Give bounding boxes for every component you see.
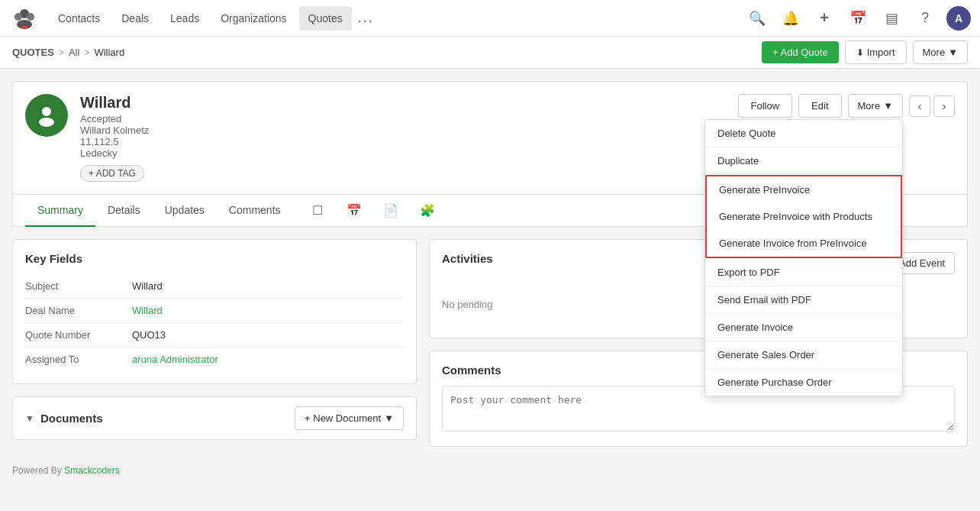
add-tag-button[interactable]: + ADD TAG	[80, 165, 144, 182]
footer-link[interactable]: Smackcoders	[64, 465, 120, 476]
top-navigation: Contacts Deals Leads Organizations Quote…	[0, 0, 980, 37]
documents-title: ▼ Documents	[25, 412, 103, 425]
dropdown-duplicate[interactable]: Duplicate	[705, 147, 902, 175]
nav-leads[interactable]: Leads	[161, 6, 208, 31]
dropdown-send-email-pdf[interactable]: Send Email with PDF	[705, 286, 902, 314]
tab-icons: ☐ 📅 📄 🧩	[305, 199, 440, 223]
more-top-button[interactable]: More ▼	[913, 40, 969, 64]
field-assigned-label: Assigned To	[25, 354, 132, 365]
dropdown-generate-preinvoice[interactable]: Generate PreInvoice	[705, 175, 902, 203]
breadcrumb-actions: + Add Quote ⬇ Import More ▼	[762, 40, 968, 64]
field-subject: Subject Willard	[25, 274, 404, 299]
new-doc-plus: +	[305, 412, 311, 424]
svg-rect-4	[21, 26, 27, 28]
more-record-button[interactable]: More ▼	[848, 94, 904, 118]
import-button[interactable]: ⬇ Import	[845, 40, 907, 64]
collapse-icon[interactable]: ▼	[25, 413, 34, 424]
prev-arrow[interactable]: ‹	[909, 95, 930, 117]
left-panel: Key Fields Subject Willard Deal Name Wil…	[12, 239, 417, 447]
puzzle-tab-icon[interactable]: 🧩	[415, 199, 440, 223]
field-subject-value: Willard	[132, 280, 163, 292]
main-content: Willard Accepted Willard Kolmetz 11,112.…	[0, 69, 980, 459]
import-icon: ⬇	[856, 47, 864, 58]
follow-button[interactable]: Follow	[738, 94, 793, 118]
edit-button[interactable]: Edit	[798, 94, 841, 118]
dropdown-generate-sales-order[interactable]: Generate Sales Order	[705, 341, 902, 369]
help-icon[interactable]: ?	[913, 6, 937, 31]
more-top-label: More	[923, 47, 946, 58]
tab-comments[interactable]: Comments	[217, 195, 293, 227]
field-deal-name: Deal Name Willard	[25, 299, 404, 323]
footer: Powered By Smackcoders	[0, 459, 980, 482]
breadcrumb-current: Willard	[94, 47, 124, 58]
breadcrumb-all[interactable]: All	[69, 47, 79, 58]
calendar-icon[interactable]: 📅	[846, 6, 870, 31]
nav-icon-group: 🔍 🔔 + 📅 ▤ ? A	[745, 6, 971, 31]
field-deal-value[interactable]: Willard	[132, 305, 163, 316]
more-record-chevron: ▼	[883, 100, 893, 112]
svg-point-6	[39, 118, 54, 127]
nav-quotes[interactable]: Quotes	[299, 6, 352, 31]
more-record-label: More	[858, 100, 881, 112]
field-assigned-to: Assigned To aruna Administrator	[25, 348, 404, 371]
record-actions: Follow Edit More ▼ Delete Quote Duplicat…	[738, 94, 955, 118]
nav-organizations[interactable]: Organizations	[211, 6, 295, 31]
plus-icon[interactable]: +	[812, 6, 837, 31]
bell-icon[interactable]: 🔔	[779, 6, 803, 31]
new-doc-chevron: ▼	[384, 412, 394, 424]
add-quote-button[interactable]: + Add Quote	[762, 41, 839, 63]
footer-text: Powered By	[12, 465, 64, 476]
breadcrumb-bar: QUOTES > All > Willard + Add Quote ⬇ Imp…	[0, 37, 980, 69]
user-avatar[interactable]: A	[946, 6, 971, 31]
key-fields-section: Key Fields Subject Willard Deal Name Wil…	[12, 239, 417, 384]
calendar-tab-icon[interactable]: 📅	[342, 199, 366, 223]
tab-updates[interactable]: Updates	[153, 195, 217, 227]
nav-more-dots[interactable]: ...	[355, 4, 377, 32]
new-doc-label: New Document	[313, 412, 381, 424]
chart-icon[interactable]: ▤	[879, 6, 904, 31]
field-assigned-value[interactable]: aruna Administrator	[132, 354, 218, 365]
field-subject-label: Subject	[25, 280, 132, 292]
dropdown-generate-invoice[interactable]: Generate Invoice	[705, 314, 902, 341]
field-quote-label: Quote Number	[25, 329, 132, 341]
tab-summary[interactable]: Summary	[25, 195, 95, 227]
breadcrumb-root[interactable]: QUOTES	[12, 47, 54, 58]
svg-point-5	[42, 107, 51, 116]
svg-point-2	[27, 13, 34, 21]
next-arrow[interactable]: ›	[933, 95, 955, 117]
documents-section: ▼ Documents + New Document ▼	[12, 396, 417, 440]
key-fields-title: Key Fields	[25, 252, 404, 265]
nav-deals[interactable]: Deals	[112, 6, 158, 31]
dropdown-delete-quote[interactable]: Delete Quote	[705, 120, 902, 147]
breadcrumb-sep1: >	[59, 47, 64, 58]
checklist-tab-icon[interactable]: ☐	[305, 199, 330, 223]
new-document-button[interactable]: + New Document ▼	[295, 406, 404, 430]
dropdown-generate-preinvoice-products[interactable]: Generate PreInvoice with Products	[705, 203, 902, 230]
more-top-chevron: ▼	[948, 47, 958, 58]
more-record-wrapper: More ▼ Delete Quote Duplicate Generate P…	[848, 94, 904, 118]
app-logo[interactable]	[9, 3, 40, 34]
document-tab-icon[interactable]: 📄	[379, 199, 403, 223]
import-label: Import	[867, 47, 895, 58]
svg-point-1	[15, 13, 22, 21]
field-quote-number: Quote Number QUO13	[25, 323, 404, 348]
dropdown-generate-purchase-order[interactable]: Generate Purchase Order	[705, 369, 902, 396]
search-icon[interactable]: 🔍	[745, 6, 769, 31]
dropdown-export-pdf[interactable]: Export to PDF	[705, 259, 902, 286]
breadcrumb-sep2: >	[84, 47, 89, 58]
activities-title: Activities	[442, 252, 493, 265]
documents-label: Documents	[40, 412, 103, 425]
nav-contacts[interactable]: Contacts	[49, 6, 109, 31]
more-dropdown-menu: Delete Quote Duplicate Generate PreInvoi…	[704, 119, 903, 396]
dropdown-generate-invoice-preinvoice[interactable]: Generate Invoice from PreInvoice	[705, 230, 902, 258]
record-avatar	[25, 94, 68, 137]
field-quote-value: QUO13	[132, 329, 166, 341]
nav-arrows: ‹ ›	[909, 95, 955, 117]
field-deal-label: Deal Name	[25, 305, 132, 316]
tab-details[interactable]: Details	[95, 195, 153, 227]
breadcrumb: QUOTES > All > Willard	[12, 47, 124, 58]
record-header: Willard Accepted Willard Kolmetz 11,112.…	[12, 81, 968, 195]
